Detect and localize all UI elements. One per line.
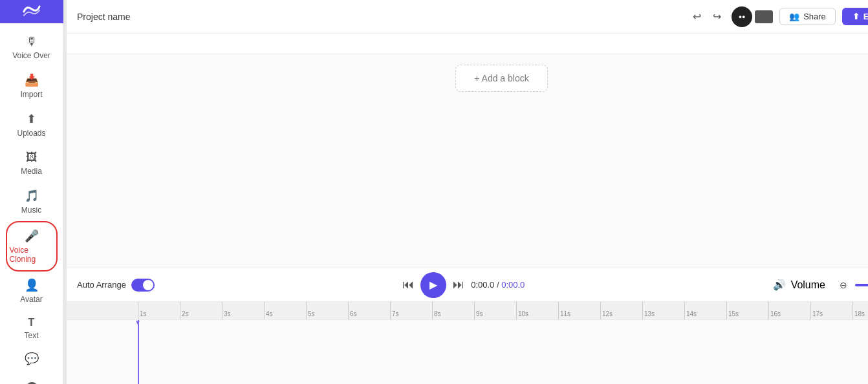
canvas-area: + Add a block <box>67 54 868 268</box>
sidebar-item-label: Text <box>24 331 38 340</box>
timeline-marks: 1s2s3s4s5s6s7s8s9s10s11s12s13s14s15s16s1… <box>138 302 868 320</box>
sidebar-item-media[interactable]: 🖼 Media <box>0 144 63 182</box>
timeline-mark: 13s <box>642 302 684 320</box>
zoom-section: ⊖ ⊕ <box>836 277 868 293</box>
timeline-mark: 12s <box>600 302 642 320</box>
top-bar: Project name ↩ ↪ ●● 👥 Share ⬆ Export 🕐 <box>67 0 868 34</box>
share-button[interactable]: 👥 Share <box>779 8 836 25</box>
volume-section: 🔊 Volume <box>773 279 825 291</box>
timeline-mark: 6s <box>348 302 390 320</box>
avatar-initials: ●● <box>739 14 746 20</box>
sidebar: 🎙 Voice Over 📥 Import ⬆ Uploads 🖼 Media … <box>0 0 63 384</box>
sidebar-item-label: Import <box>20 90 42 99</box>
collaborator-avatar-1: ●● <box>732 6 752 27</box>
timeline-mark: 10s <box>516 302 558 320</box>
share-label: Share <box>803 12 826 21</box>
sidebar-item-avatar[interactable]: 👤 Avatar <box>0 272 63 310</box>
select-all-bar: Select All <box>67 34 868 54</box>
top-bar-actions: ↩ ↪ ●● 👥 Share ⬆ Export 🕐 <box>689 6 868 27</box>
avatar-icon: 👤 <box>25 278 39 292</box>
sidebar-bottom: 💬 🎧 <box>0 347 63 384</box>
sidebar-item-label: Avatar <box>20 295 42 304</box>
sidebar-item-uploads[interactable]: ⬆ Uploads <box>0 105 63 144</box>
zoom-out-button[interactable]: ⊖ <box>836 277 851 293</box>
sidebar-item-music[interactable]: 🎵 Music <box>0 182 63 221</box>
sidebar-item-text[interactable]: T Text <box>0 310 63 347</box>
timeline-mark: 11s <box>558 302 600 320</box>
sidebar-item-label: Media <box>21 167 42 176</box>
main-content: Project name ↩ ↪ ●● 👥 Share ⬆ Export 🕐 <box>67 0 868 384</box>
timeline-mark: 4s <box>264 302 306 320</box>
time-total: 0:00.0 <box>501 280 525 290</box>
timeline-mark: 15s <box>726 302 768 320</box>
sidebar-item-label: Uploads <box>17 129 45 138</box>
timeline-mark: 16s <box>768 302 810 320</box>
play-button[interactable]: ▶ <box>420 272 446 298</box>
text-icon: T <box>28 317 35 328</box>
sidebar-account-button[interactable]: 🎧 <box>0 376 63 384</box>
timeline-mark: 9s <box>474 302 516 320</box>
zoom-slider[interactable] <box>855 284 868 286</box>
export-icon: ⬆ <box>852 12 860 21</box>
sidebar-item-voice-over[interactable]: 🎙 Voice Over <box>0 28 63 67</box>
time-display: 0:00.0 / 0:00.0 <box>471 280 525 290</box>
sidebar-item-label: Music <box>21 206 41 215</box>
timeline-area <box>67 319 868 384</box>
add-block-button[interactable]: + Add a block <box>455 65 547 92</box>
import-icon: 📥 <box>25 73 39 87</box>
add-block-label: + Add a block <box>474 73 528 83</box>
collaborators-group: ●● <box>732 6 773 27</box>
skip-to-end-button[interactable]: ⏭ <box>453 278 464 292</box>
time-current: 0:00.0 <box>471 280 494 290</box>
sidebar-item-voice-cloning[interactable]: 🎤 Voice Cloning <box>6 221 58 272</box>
sidebar-item-import[interactable]: 📥 Import <box>0 67 63 105</box>
chat-icon: 💬 <box>25 352 39 366</box>
timeline-mark: 3s <box>222 302 264 320</box>
timeline-cursor <box>138 320 139 384</box>
sidebar-item-label: Voice Cloning <box>10 246 54 264</box>
redo-button[interactable]: ↪ <box>709 8 725 25</box>
share-icon: 👥 <box>789 12 799 21</box>
sidebar-chat-button[interactable]: 💬 <box>0 347 63 371</box>
auto-arrange-label: Auto Arrange <box>77 280 126 290</box>
voice-cloning-icon: 🎤 <box>25 229 39 243</box>
timeline-mark: 14s <box>684 302 726 320</box>
timeline-mark: 7s <box>390 302 432 320</box>
timeline-bar: 1s2s3s4s5s6s7s8s9s10s11s12s13s14s15s16s1… <box>67 301 868 319</box>
undo-button[interactable]: ↩ <box>689 8 705 25</box>
volume-label: Volume <box>791 279 825 291</box>
skip-to-start-button[interactable]: ⏮ <box>402 278 414 292</box>
upload-icon: ⬆ <box>27 112 36 126</box>
project-name[interactable]: Project name <box>77 12 681 22</box>
export-label: Export <box>863 12 868 21</box>
timeline-mark: 2s <box>180 302 222 320</box>
auto-arrange-group: Auto Arrange <box>77 279 155 292</box>
microphone-icon: 🎙 <box>26 35 38 48</box>
collaborator-avatar-2 <box>755 10 773 23</box>
media-icon: 🖼 <box>26 151 38 164</box>
timeline-mark: 17s <box>810 302 852 320</box>
music-icon: 🎵 <box>25 189 39 203</box>
transport-controls: ⏮ ▶ ⏭ 0:00.0 / 0:00.0 <box>165 272 763 298</box>
timeline-mark: 5s <box>306 302 348 320</box>
auto-arrange-toggle[interactable] <box>131 279 155 292</box>
undo-redo-group: ↩ ↪ <box>689 8 725 25</box>
export-button[interactable]: ⬆ Export <box>842 8 868 25</box>
timeline-mark: 8s <box>432 302 474 320</box>
app-logo[interactable] <box>0 0 63 23</box>
transport-bar: Auto Arrange ⏮ ▶ ⏭ 0:00.0 / 0:00.0 🔊 Vol… <box>67 268 868 301</box>
headphones-icon: 🎧 <box>25 381 39 384</box>
sidebar-item-label: Voice Over <box>12 51 50 60</box>
timeline-mark: 1s <box>138 302 180 320</box>
volume-icon: 🔊 <box>773 279 786 291</box>
timeline-mark: 18s <box>852 302 868 320</box>
